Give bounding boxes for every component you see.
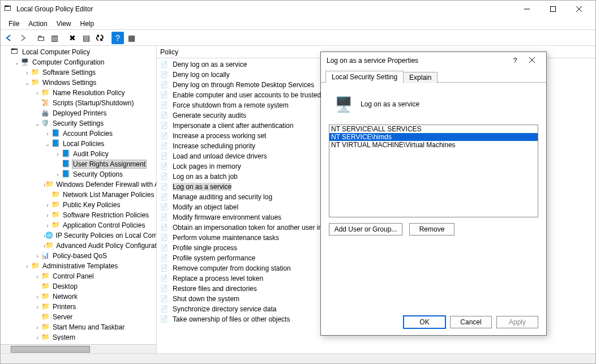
tree-item[interactable]: ⌄Computer Configuration [1, 57, 156, 67]
show-hide-tree-button[interactable]: ▥ [48, 32, 61, 44]
expand-icon[interactable]: › [54, 172, 62, 178]
tree-item[interactable]: ›Control Panel [1, 271, 156, 281]
tree-item[interactable]: ›Software Settings [1, 67, 156, 78]
tab-local-security-setting[interactable]: Local Security Setting [325, 71, 404, 83]
expand-icon[interactable]: › [33, 90, 41, 96]
back-button[interactable] [3, 32, 15, 44]
tree-item[interactable]: ›Audit Policy [1, 149, 156, 159]
tree-item[interactable]: ›Windows Defender Firewall with Advanced… [1, 179, 156, 190]
tree-item[interactable]: User Rights Assignment [1, 159, 156, 169]
users-listbox[interactable]: NT SERVICE\ALL SERVICESNT SERVICE\himdsN… [329, 125, 538, 217]
expand-icon[interactable]: › [33, 335, 41, 341]
expand-icon[interactable]: › [33, 294, 41, 300]
refresh-button[interactable]: 🗘 [93, 32, 106, 44]
tree-item[interactable]: ⌄Security Settings [1, 118, 156, 129]
collapse-icon[interactable]: ⌄ [13, 59, 21, 66]
menu-view[interactable]: View [53, 19, 75, 29]
folder-icon [52, 200, 61, 209]
dialog-close-button[interactable] [524, 57, 541, 65]
apply-button[interactable]: Apply [496, 316, 538, 328]
policy-item-icon [160, 172, 169, 181]
tree-view[interactable]: Local Computer Policy⌄Computer Configura… [1, 46, 156, 341]
policy-item-icon [160, 274, 169, 283]
extra-button[interactable]: ▦ [125, 32, 138, 44]
expand-icon[interactable]: › [33, 304, 41, 310]
minimize-button[interactable] [514, 1, 540, 18]
shield-icon [41, 119, 50, 128]
tree-item[interactable]: ›Start Menu and Taskbar [1, 322, 156, 332]
tree-item[interactable]: Scripts (Startup/Shutdown) [1, 98, 156, 108]
tree-item[interactable]: ⌄Windows Settings [1, 78, 156, 88]
add-user-button[interactable]: Add User or Group... [329, 223, 402, 235]
expand-icon[interactable]: › [54, 151, 62, 157]
expand-icon[interactable]: › [44, 131, 52, 137]
policy-item-label: Perform volume maintenance tasks [173, 234, 279, 242]
expand-icon[interactable]: › [33, 324, 41, 331]
tree-item[interactable]: Desktop [1, 281, 156, 292]
tab-explain[interactable]: Explain [403, 72, 438, 83]
folder-icon [41, 323, 50, 332]
user-entry[interactable]: NT VIRTUAL MACHINE\Virtual Machines [329, 141, 538, 149]
folder-icon [41, 302, 50, 311]
dialog-help-button[interactable]: ? [507, 57, 524, 65]
user-entry[interactable]: NT SERVICE\ALL SERVICES [329, 125, 538, 133]
menu-file[interactable]: File [5, 19, 23, 29]
tree-pane: Local Computer Policy⌄Computer Configura… [1, 46, 157, 353]
menu-action[interactable]: Action [25, 19, 50, 29]
expand-icon[interactable]: › [33, 253, 41, 259]
up-button[interactable]: 🗀 [35, 32, 47, 44]
policy-item-label: Generate security audits [173, 112, 246, 119]
tree-item[interactable]: ›Public Key Policies [1, 200, 156, 210]
tree-item[interactable]: ›Printers [1, 302, 156, 312]
policy-item-label: Profile system performance [173, 254, 255, 262]
collapse-icon[interactable]: ⌄ [23, 80, 31, 86]
expand-icon[interactable]: › [44, 202, 52, 208]
maximize-button[interactable] [540, 1, 566, 18]
cancel-button[interactable]: Cancel [450, 316, 492, 328]
help-button[interactable]: ? [112, 32, 124, 44]
tree-item[interactable]: ›Application Control Policies [1, 220, 156, 230]
remove-button[interactable]: Remove [409, 223, 454, 235]
tree-item[interactable]: Local Computer Policy [1, 47, 156, 57]
expand-icon[interactable]: › [23, 70, 31, 76]
tree-item[interactable]: ›IP Security Policies on Local Computer [1, 230, 156, 241]
forward-button[interactable] [16, 32, 29, 44]
collapse-icon[interactable]: ⌄ [33, 121, 41, 127]
tree-item[interactable]: Network List Manager Policies [1, 190, 156, 200]
tree-hscrollbar[interactable] [1, 344, 156, 353]
user-entry[interactable]: NT SERVICE\himds [329, 133, 538, 141]
dialog-body: 🖥️ Log on as a service NT SERVICE\ALL SE… [321, 83, 546, 235]
chart-icon [41, 251, 50, 260]
ok-button[interactable]: OK [404, 316, 445, 328]
tree-item[interactable]: Deployed Printers [1, 108, 156, 118]
delete-button[interactable]: ✖ [66, 32, 79, 44]
properties-button[interactable]: ▤ [80, 32, 92, 44]
tree-item[interactable]: ›Administrative Templates [1, 261, 156, 271]
tree-item-label: Software Settings [41, 68, 97, 76]
menu-help[interactable]: Help [77, 19, 98, 29]
expand-icon[interactable]: › [44, 222, 52, 229]
folder-icon [52, 211, 61, 220]
policy-item-label: Modify firmware environment values [173, 213, 281, 221]
expand-icon[interactable]: › [44, 212, 52, 219]
tree-item[interactable]: ›Advanced Audit Policy Configuration [1, 241, 156, 251]
tree-item[interactable]: ›Network [1, 292, 156, 302]
policy-item-label: Manage auditing and security log [173, 193, 272, 201]
tree-item[interactable]: ⌄Local Policies [1, 139, 156, 149]
tree-item[interactable]: ›Policy-based QoS [1, 251, 156, 261]
tree-item-label: Scripts (Startup/Shutdown) [52, 99, 135, 107]
tree-item[interactable]: ›System [1, 332, 156, 341]
policy-item-label: Shut down the system [173, 295, 239, 303]
tree-item[interactable]: ›Name Resolution Policy [1, 88, 156, 98]
tree-item[interactable]: Server [1, 312, 156, 322]
tree-item[interactable]: ›Account Policies [1, 129, 156, 139]
folder-icon [41, 272, 50, 281]
tree-item[interactable]: ›Security Options [1, 169, 156, 179]
tree-item-label: Application Control Policies [62, 221, 146, 229]
tree-item[interactable]: ›Software Restriction Policies [1, 210, 156, 220]
expand-icon[interactable]: › [33, 273, 41, 280]
expand-icon[interactable]: › [23, 263, 31, 269]
collapse-icon[interactable]: ⌄ [44, 141, 52, 147]
close-button[interactable] [566, 1, 592, 18]
tree-item-label: Computer Configuration [31, 58, 105, 66]
